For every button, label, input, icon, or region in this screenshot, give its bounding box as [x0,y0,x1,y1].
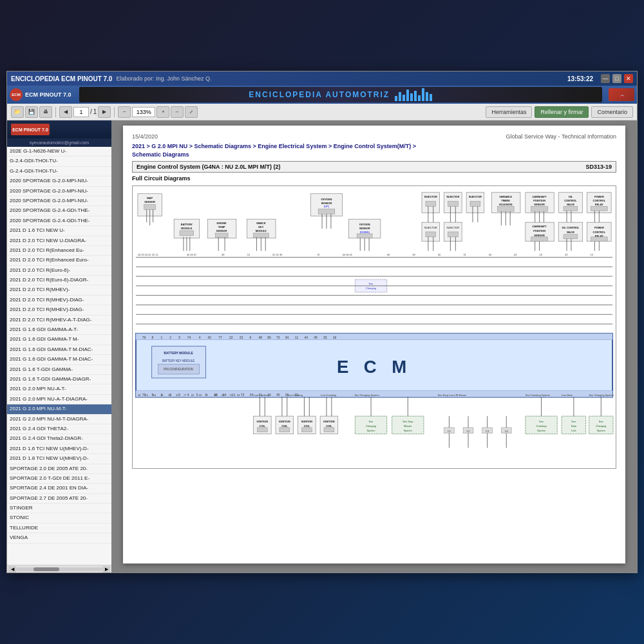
sidebar-item[interactable]: 2021 G 1.6 GDI GAMMA-T M-DIAC- [7,355,111,365]
page-input[interactable] [73,107,89,117]
svg-text:INJECTOR: INJECTOR [447,226,460,229]
scrollbar-track[interactable] [16,567,102,571]
fit-page-btn[interactable]: ⤢ [185,106,198,118]
comentario-btn[interactable]: Comentario [591,106,633,118]
svg-text:11: 11 [146,393,148,397]
sidebar-item[interactable]: 2020 SPORTAGE G-2.4-GDI-THE- [7,206,111,216]
svg-text:3: 3 [178,336,180,339]
svg-text:See Charging System: See Charging System [354,393,379,397]
svg-text:4: 4 [187,393,189,397]
svg-text:OIL: OIL [569,195,573,198]
sidebar-item[interactable]: 2021 G 2.0 MPI NU-M-T-DIAGRA- [7,415,111,424]
sidebar-item[interactable]: 2021 D 1.8 TCI NEW U(MHEV)-D- [7,454,111,464]
svg-text:SMACK: SMACK [256,222,266,225]
svg-text:CAMSHAFT: CAMSHAFT [533,225,547,228]
sidebar-item[interactable]: VENGA [7,533,111,543]
svg-text:2: 2 [169,336,171,339]
sidebar-item[interactable]: 2021 D 2.0 TCI R(Euro-6)- [7,266,111,276]
svg-text:COIL: COIL [281,424,288,428]
sidebar-item[interactable]: 2021 D 2.0 TCI R(Enhanced Eu- [7,246,111,256]
sidebar-item[interactable]: 2021 D 2.0 TCI NEW U-DIAGRA- [7,236,111,246]
sidebar-item[interactable]: 2021 G 1.6 T-GDI GAMMA-DIAGR- [7,375,111,384]
sidebar-item[interactable]: 2021 G 2.0 MPI NU-A-T- [7,384,111,394]
pdf-content[interactable]: 15/4/2020 Global Service Way - Technical… [111,120,637,573]
svg-text:IGNITION: IGNITION [279,420,290,423]
sidebar-item[interactable]: 2021 G 2.4 GDI Theta2-DIAGR- [7,434,111,444]
zoom-input[interactable] [132,107,155,117]
zoom-control [132,107,155,117]
svg-text:SENSOR: SENSOR [534,203,545,206]
svg-text:See Stop Low LIN Datum: See Stop Low LIN Datum [438,393,467,397]
sidebar-item[interactable]: 2020 SPORTAGE G-2.4-GDI-THE- [7,216,111,226]
sidebar-item[interactable]: 2021 G 2.0 MPI NU-M-T- [7,404,111,414]
zoom-in-btn[interactable]: + [156,106,169,118]
open-file-btn[interactable]: 📁 [11,106,24,118]
svg-text:System: System [366,429,375,432]
sidebar-item[interactable]: SPORTAGE 2.4 DE 2001 EN DIA- [7,484,111,493]
sidebar-item[interactable]: 2021 G 1.6 T-GDI GAMMA- [7,365,111,375]
print-btn[interactable]: 🖶 [39,106,52,118]
sidebar-item[interactable]: 2021 G 2.0 MPI NU-A-T-DIAGRA- [7,395,111,404]
sidebar-item[interactable]: SPORTAGE 2.0 DE 2005 ATE 20- [7,464,111,474]
sidebar-item[interactable]: 2021 D 2.0 TCI R(MHEV-A-T-DIAG- [7,316,111,325]
sidebar-item[interactable]: G-2.4-GDI-THOI-TU- [7,167,111,176]
scroll-left-btn[interactable]: ◀ [8,566,16,573]
svg-text:Low Cranking: Low Cranking [287,393,303,397]
svg-text:INJECTOR: INJECTOR [424,226,437,229]
svg-text:OXYGEN: OXYGEN [321,198,332,201]
maximize-button[interactable]: □ [612,74,621,83]
save-btn[interactable]: 💾 [25,106,38,118]
logo-text: ECM PINOUT 7.0 [25,91,71,98]
sidebar-item[interactable]: 2020 SPORTAGE G-2.0-MPI-NIU- [7,196,111,206]
content-area: ECM PINOUT 7.0 syecarautomotriz@gmail.co… [7,120,637,573]
svg-rect-124 [564,207,578,211]
sidebar-item[interactable]: 202E G-1-N626-NEW U- [7,147,111,156]
sidebar-item[interactable]: STINGER [7,504,111,513]
pdf-service-info: Global Service Way - Technical Informati… [506,133,616,140]
sidebar-item[interactable]: SPORTAGE 2.0 T-GDI DE 2011 E- [7,474,111,484]
sidebar-item[interactable]: STONIC [7,513,111,523]
svg-text:KEY: KEY [258,225,263,229]
svg-text:IGNITION: IGNITION [301,420,313,423]
sidebar-item[interactable]: 2021 G 2.4 GDI THETA2- [7,424,111,434]
svg-text:VALVE: VALVE [567,231,575,234]
sidebar-item[interactable]: 2021 D 2.0 TCI R(Enhanced Euro- [7,256,111,265]
sidebar-item[interactable]: SPORTAGE 2.7 DE 2005 ATE 20- [7,494,111,504]
scroll-right-btn[interactable]: ▶ [102,566,110,573]
svg-text:IGNITION: IGNITION [257,420,269,423]
svg-text:SOLENOID: SOLENOID [499,203,513,206]
svg-text:11: 11 [232,393,236,397]
close-button[interactable]: ✕ [624,74,633,83]
sidebar-item[interactable]: 2021 D 2.0 TCI R(MHEV)- [7,285,111,295]
fit-width-btn[interactable]: ↔ [171,106,184,118]
title-bar-right: 13:53:22 — □ ✕ [567,74,633,83]
sidebar-item[interactable]: 2021 D 1.6 TCI NEW U(MHEV)-D- [7,444,111,454]
sidebar-item[interactable]: 2021 D 1.6 TCI NEW U- [7,226,111,236]
rellenar-btn[interactable]: Rellenar y firmar [535,106,589,118]
sidebar-item[interactable]: TELLURIDE [7,524,111,533]
sidebar-item[interactable]: 2021 D 2.0 TCI R(Euro-6)-DIAGR- [7,276,111,285]
sidebar-item[interactable]: 2021 G 1.6 GDI GAMMA-T M- [7,335,111,345]
herramientas-btn[interactable]: Herramientas [486,106,532,118]
svg-text:74: 74 [187,336,191,339]
svg-text:See Cranking System: See Cranking System [526,393,551,397]
sidebar-item[interactable]: 2021 D 2.0 TCI R(MHEV)-DIAG- [7,305,111,315]
sidebar-list[interactable]: 202E G-1-N626-NEW U-G-2.4-GDI-THOI-TU-G-… [7,147,111,565]
svg-text:See Stop: See Stop [402,420,413,423]
minimize-button[interactable]: — [601,74,610,83]
sidebar-item[interactable]: 2021 G 1.6 GDI GAMMA-A-T- [7,325,111,335]
sidebar-logo-text: ECM PINOUT 7.0 [12,128,48,132]
svg-text:49: 49 [387,254,390,257]
svg-rect-161 [591,237,608,242]
sidebar-item[interactable]: 2020 SPORTAGE G-2.0-MPI-NIU- [7,176,111,186]
main-toolbar: ECM ECM PINOUT 7.0 ENCICLOPEDIA AUTOMOTR… [7,86,637,104]
sidebar-item[interactable]: G-2.4-GDI-THOI-TU- [7,156,111,166]
svg-text:SENSOR: SENSOR [534,234,545,237]
prev-page-btn[interactable]: ◀ [59,106,72,118]
sidebar-item[interactable]: 2020 SPORTAGE G-2.0-MPI-NIU- [7,187,111,196]
svg-text:44: 44 [304,336,308,339]
sidebar-item[interactable]: 2021 D 2.0 TCI R(MHEV)-DIAG- [7,296,111,305]
zoom-out-btn[interactable]: − [118,106,131,118]
next-page-btn[interactable]: ▶ [98,106,111,118]
sidebar-item[interactable]: 2021 G 1.6 GDI GAMMA-T M-DIAC- [7,345,111,355]
